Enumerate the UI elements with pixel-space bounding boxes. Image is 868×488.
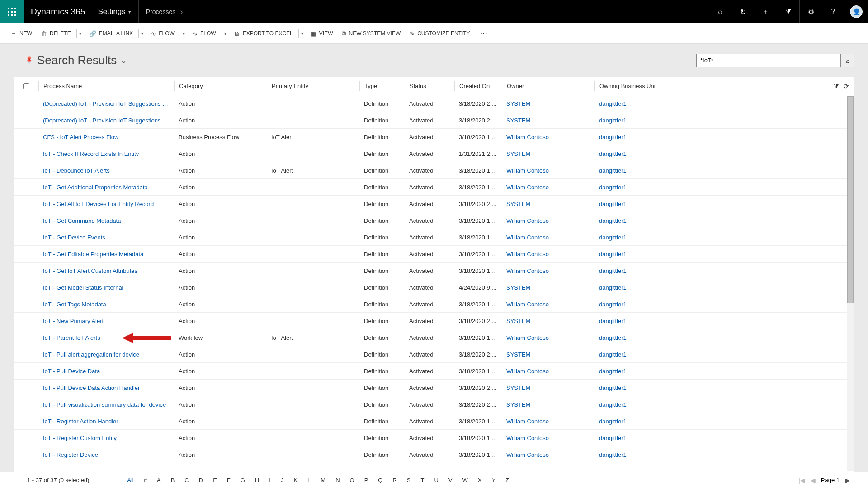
owner-link[interactable]: SYSTEM [502, 284, 594, 291]
table-row[interactable]: IoT - Pull Device Data Action HandlerAct… [14, 380, 854, 396]
owner-link[interactable]: SYSTEM [502, 318, 594, 324]
table-row[interactable]: (Deprecated) IoT - Provision IoT Suggest… [14, 112, 854, 129]
alpha-z[interactable]: Z [504, 476, 511, 484]
owning-bu-link[interactable]: dangittler1 [594, 385, 685, 391]
owning-bu-link[interactable]: dangittler1 [594, 368, 685, 375]
alpha-h[interactable]: H [253, 476, 261, 484]
alpha-a[interactable]: A [155, 476, 163, 484]
owner-link[interactable]: William Contoso [502, 217, 594, 224]
alpha-m[interactable]: M [319, 476, 327, 484]
new-button[interactable]: ＋NEW [7, 27, 36, 40]
filter-funnel-icon[interactable]: ⧩ [834, 82, 839, 90]
alpha-n[interactable]: N [334, 476, 341, 484]
alpha-b[interactable]: B [169, 476, 177, 484]
owning-bu-link[interactable]: dangittler1 [594, 351, 685, 358]
process-name-link[interactable]: IoT - Check If Record Exists In Entity [38, 150, 174, 157]
breadcrumb-processes[interactable]: Processes [142, 7, 187, 17]
process-name-link[interactable]: IoT - Pull Device Data Action Handler [38, 385, 174, 391]
grid-search-button[interactable]: ⌕ [841, 54, 854, 67]
process-name-link[interactable]: IoT - Register Device [38, 451, 174, 458]
table-row[interactable]: IoT - Get Editable Properties MetadataAc… [14, 246, 854, 263]
col-process-name[interactable]: Process Name↑ [38, 81, 174, 91]
owning-bu-link[interactable]: dangittler1 [594, 100, 685, 107]
table-row[interactable]: IoT - Pull Device DataActionDefinitionAc… [14, 363, 854, 380]
alpha-o[interactable]: O [348, 476, 356, 484]
process-name-link[interactable]: IoT - Get IoT Alert Custom Attributes [38, 267, 174, 274]
first-page-button[interactable]: |◀ [798, 477, 805, 484]
owning-bu-link[interactable]: dangittler1 [594, 418, 685, 425]
select-all-checkbox[interactable] [14, 81, 38, 91]
process-name-link[interactable]: (Deprecated) IoT - Provision IoT Suggest… [38, 117, 174, 124]
owner-link[interactable]: William Contoso [502, 234, 594, 241]
owning-bu-link[interactable]: dangittler1 [594, 334, 685, 341]
process-name-link[interactable]: IoT - Pull alert aggregation for device [38, 351, 174, 358]
col-owner[interactable]: Owner [502, 81, 594, 91]
owner-link[interactable]: William Contoso [502, 418, 594, 425]
process-name-link[interactable]: IoT - Get Tags Metadata [38, 301, 174, 308]
flow1-split[interactable] [180, 29, 187, 38]
process-name-link[interactable]: IoT - Get Device Events [38, 234, 174, 241]
owning-bu-link[interactable]: dangittler1 [594, 134, 685, 141]
process-name-link[interactable]: IoT - Get All IoT Devices For Entity Rec… [38, 201, 174, 207]
owner-link[interactable]: SYSTEM [502, 117, 594, 124]
process-name-link[interactable]: IoT - New Primary Alert [38, 318, 174, 324]
view-selector[interactable]: Search Results [37, 53, 127, 67]
add-icon[interactable]: ＋ [754, 0, 777, 23]
process-name-link[interactable]: IoT - Get Model Status Internal [38, 284, 174, 291]
email-split[interactable] [138, 29, 146, 38]
owning-bu-link[interactable]: dangittler1 [594, 117, 685, 124]
owner-link[interactable]: William Contoso [502, 451, 594, 458]
alpha-r[interactable]: R [391, 476, 398, 484]
recent-icon[interactable]: ↻ [731, 0, 754, 23]
grid-search-input[interactable] [696, 54, 841, 67]
alpha-all[interactable]: All [125, 476, 135, 484]
view-button[interactable]: ▦VIEW [307, 28, 337, 39]
alpha-j[interactable]: J [279, 476, 286, 484]
alpha-w[interactable]: W [461, 476, 470, 484]
alpha-p[interactable]: P [363, 476, 370, 484]
alpha-v[interactable]: V [447, 476, 454, 484]
alpha-d[interactable]: D [197, 476, 205, 484]
next-page-button[interactable]: ▶ [845, 477, 850, 484]
col-owning-business-unit[interactable]: Owning Business Unit [594, 81, 685, 91]
alpha-t[interactable]: T [419, 476, 426, 484]
owning-bu-link[interactable]: dangittler1 [594, 318, 685, 324]
owning-bu-link[interactable]: dangittler1 [594, 150, 685, 157]
alpha-f[interactable]: F [225, 476, 232, 484]
table-row[interactable]: IoT - Get Model Status InternalActionDef… [14, 279, 854, 296]
owning-bu-link[interactable]: dangittler1 [594, 451, 685, 458]
process-name-link[interactable]: IoT - Pull Device Data [38, 368, 174, 375]
owning-bu-link[interactable]: dangittler1 [594, 401, 685, 408]
alpha-l[interactable]: L [306, 476, 312, 484]
owning-bu-link[interactable]: dangittler1 [594, 267, 685, 274]
refresh-icon[interactable]: ⟳ [844, 83, 849, 90]
owner-link[interactable]: William Contoso [502, 334, 594, 341]
delete-split[interactable] [76, 29, 84, 38]
alpha-u[interactable]: U [432, 476, 440, 484]
export-split[interactable] [298, 29, 306, 38]
process-name-link[interactable]: CFS - IoT Alert Process Flow [38, 134, 174, 141]
owner-link[interactable]: SYSTEM [502, 150, 594, 157]
owner-link[interactable]: William Contoso [502, 267, 594, 274]
new-system-view-button[interactable]: ⧉NEW SYSTEM VIEW [338, 28, 404, 39]
email-link-button[interactable]: 🔗EMAIL A LINK [85, 28, 137, 39]
alpha-e[interactable]: E [211, 476, 219, 484]
process-name-link[interactable]: IoT - Get Additional Properties Metadata [38, 184, 174, 191]
table-row[interactable]: IoT - Pull alert aggregation for deviceA… [14, 346, 854, 363]
table-row[interactable]: IoT - Parent IoT AlertsWorkflowIoT Alert… [14, 329, 854, 346]
table-row[interactable]: IoT - Get Device EventsActionDefinitionA… [14, 229, 854, 246]
pin-icon[interactable]: 📌 [24, 56, 34, 66]
col-category[interactable]: Category [174, 81, 267, 91]
delete-button[interactable]: 🗑DELETE [38, 28, 75, 39]
col-type[interactable]: Type [359, 81, 405, 91]
process-name-link[interactable]: IoT - Register Action Handler [38, 418, 174, 425]
process-name-link[interactable]: IoT - Parent IoT Alerts [38, 334, 174, 341]
owner-link[interactable]: William Contoso [502, 134, 594, 141]
owning-bu-link[interactable]: dangittler1 [594, 184, 685, 191]
owner-link[interactable]: SYSTEM [502, 100, 594, 107]
table-row[interactable]: CFS - IoT Alert Process FlowBusiness Pro… [14, 129, 854, 145]
table-row[interactable]: IoT - New Primary AlertActionDefinitionA… [14, 313, 854, 329]
alpha-s[interactable]: S [405, 476, 413, 484]
owner-link[interactable]: SYSTEM [502, 385, 594, 391]
alpha-y[interactable]: Y [490, 476, 497, 484]
